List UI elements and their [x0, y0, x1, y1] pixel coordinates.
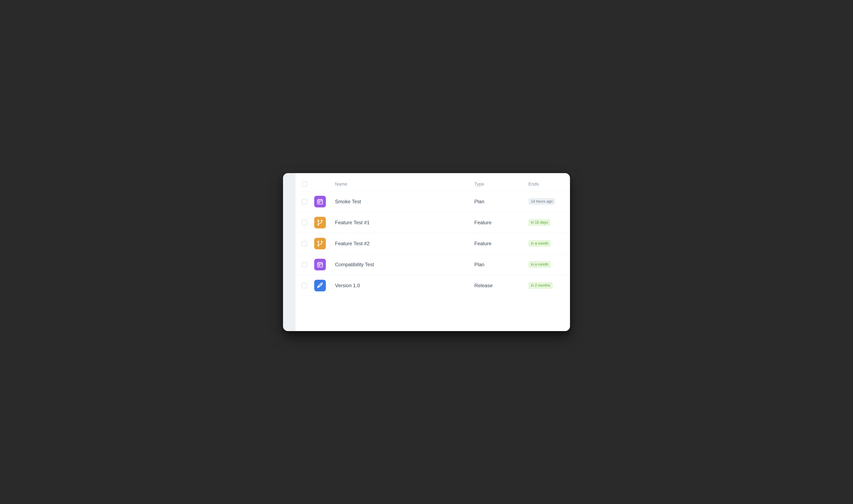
select-all-checkbox[interactable]: [302, 181, 307, 187]
ends-badge: in a month: [528, 261, 551, 268]
table-row[interactable]: Feature Test #2Featurein a month: [296, 233, 570, 254]
row-type: Plan: [474, 199, 484, 204]
branch-icon: [314, 238, 326, 249]
ends-badge: in a month: [528, 240, 551, 247]
row-checkbox[interactable]: [302, 199, 307, 204]
row-checkbox[interactable]: [302, 241, 307, 246]
branch-icon: [314, 217, 326, 229]
row-checkbox[interactable]: [302, 262, 307, 267]
main-content: Name Type Ends Smoke TestPlan14 hours ag…: [296, 173, 570, 331]
table-header-row: Name Type Ends: [296, 173, 570, 191]
row-type: Feature: [474, 241, 492, 247]
row-name: Version 1.0: [335, 283, 360, 288]
table-row[interactable]: Compatibility TestPlanin a month: [296, 254, 570, 275]
calendar-icon: [314, 259, 326, 270]
column-header-ends[interactable]: Ends: [528, 181, 539, 187]
ends-badge: 14 hours ago: [528, 198, 555, 205]
column-header-type[interactable]: Type: [474, 181, 484, 187]
table-row[interactable]: Feature Test #1Featurein 16 days: [296, 212, 570, 233]
row-type: Feature: [474, 220, 492, 226]
row-name: Smoke Test: [335, 199, 361, 204]
column-header-name[interactable]: Name: [335, 181, 347, 187]
table-row[interactable]: Smoke TestPlan14 hours ago: [296, 191, 570, 212]
app-window: Name Type Ends Smoke TestPlan14 hours ag…: [283, 173, 570, 331]
items-table: Name Type Ends Smoke TestPlan14 hours ag…: [296, 173, 570, 296]
row-checkbox[interactable]: [302, 283, 307, 288]
ends-badge: in 2 months: [528, 282, 553, 289]
table-body: Smoke TestPlan14 hours agoFeature Test #…: [296, 191, 570, 296]
row-type: Plan: [474, 262, 484, 268]
row-type: Release: [474, 283, 493, 288]
row-name: Feature Test #2: [335, 241, 370, 247]
row-name: Compatibility Test: [335, 262, 374, 268]
row-name: Feature Test #1: [335, 220, 370, 226]
table-row[interactable]: Version 1.0Releasein 2 months: [296, 275, 570, 296]
sidebar-spacer: [283, 173, 296, 331]
row-checkbox[interactable]: [302, 220, 307, 225]
calendar-icon: [314, 196, 326, 208]
rocket-icon: [314, 280, 326, 291]
ends-badge: in 16 days: [528, 219, 550, 226]
